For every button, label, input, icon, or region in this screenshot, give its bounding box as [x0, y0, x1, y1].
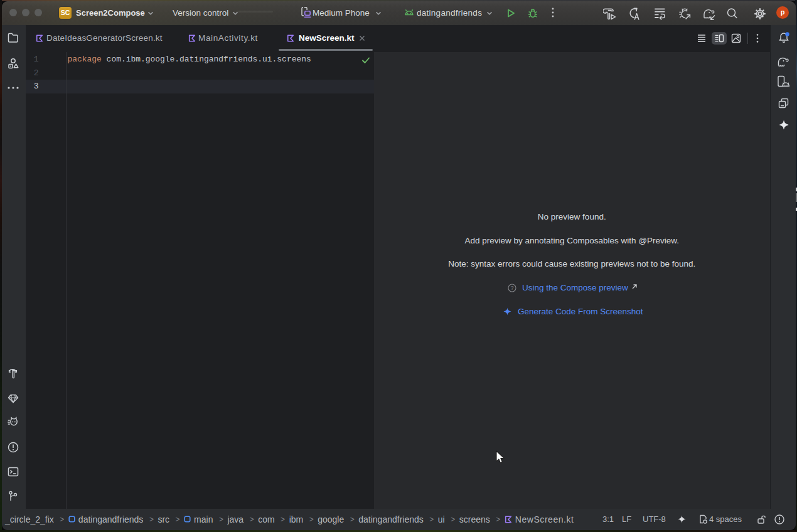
- svg-text:?: ?: [511, 285, 514, 291]
